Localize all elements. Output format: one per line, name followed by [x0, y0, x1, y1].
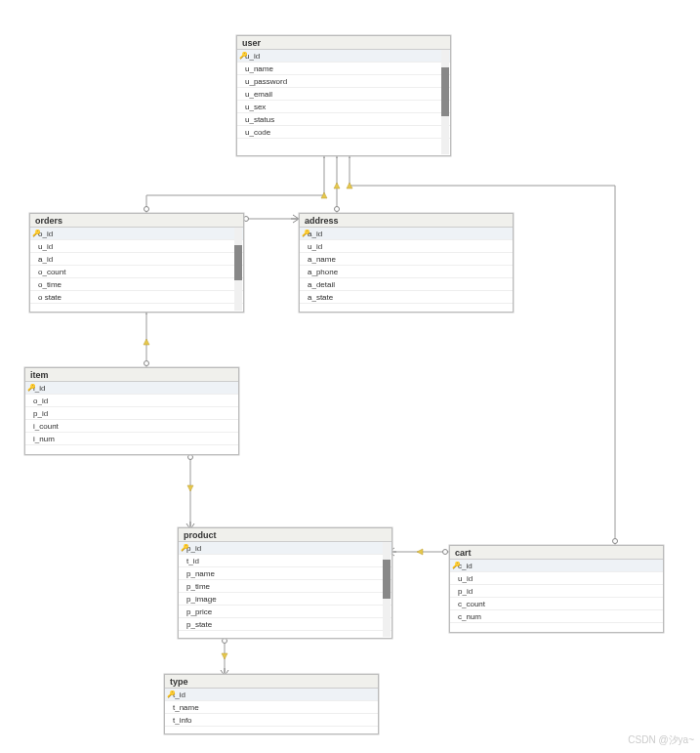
entity-header: product [179, 528, 391, 542]
field-t_name[interactable]: t_name [165, 701, 378, 714]
field-u_status[interactable]: u_status [237, 113, 450, 126]
field-list: 🔑i_ido_idp_idi_counti_num [25, 382, 238, 445]
field-u_name[interactable]: u_name [237, 63, 450, 75]
field-list: 🔑u_idu_nameu_passwordu_emailu_sexu_statu… [237, 50, 450, 139]
field-list: 🔑c_idu_idp_idc_countc_num [450, 560, 663, 623]
entity-header: item [25, 368, 238, 382]
field-a_id[interactable]: 🔑a_id [300, 228, 513, 240]
field-p_name[interactable]: p_name [179, 567, 391, 580]
field-a_name[interactable]: a_name [300, 253, 513, 266]
field-p_time[interactable]: p_time [179, 580, 391, 593]
field-label: u_code [245, 128, 270, 137]
scrollbar[interactable] [383, 542, 391, 637]
field-p_price[interactable]: p_price [179, 606, 391, 618]
watermark: CSDN @汐ya~ [628, 733, 694, 747]
field-o_time[interactable]: o_time [30, 278, 243, 291]
entity-header: type [165, 675, 378, 689]
field-a_id[interactable]: a_id [30, 253, 243, 266]
field-label: t_id [186, 557, 199, 565]
field-p_state[interactable]: p_state [179, 618, 391, 631]
field-u_password[interactable]: u_password [237, 75, 450, 88]
scrollbar-thumb[interactable] [441, 67, 449, 116]
field-label: o_id [33, 397, 48, 405]
field-u_id[interactable]: u_id [30, 240, 243, 253]
field-list: 🔑t_idt_namet_info [165, 689, 378, 727]
field-label: p_id [458, 587, 473, 596]
field-a_phone[interactable]: a_phone [300, 266, 513, 278]
field-label: a_state [308, 293, 333, 302]
field-list: 🔑p_idt_idp_namep_timep_imagep_pricep_sta… [179, 542, 391, 631]
er-diagram-canvas: CSDN @汐ya~ user🔑u_idu_nameu_passwordu_em… [0, 0, 700, 753]
field-label: u_name [245, 64, 273, 73]
field-label: t_info [173, 716, 192, 725]
entity-orders[interactable]: orders🔑o_idu_ida_ido_counto_timeo state [29, 213, 244, 313]
field-label: u_sex [245, 103, 266, 111]
field-t_info[interactable]: t_info [165, 714, 378, 727]
field-label: p_time [186, 582, 210, 591]
entity-header: user [237, 36, 450, 50]
entity-user[interactable]: user🔑u_idu_nameu_passwordu_emailu_sexu_s… [236, 35, 451, 156]
field-label: a_detail [308, 280, 335, 289]
field-label: p_price [186, 607, 212, 616]
field-u_email[interactable]: u_email [237, 88, 450, 101]
field-label: a_name [308, 255, 336, 264]
field-label: u_id [458, 574, 473, 583]
field-label: u_id [308, 242, 322, 251]
field-u_id[interactable]: u_id [300, 240, 513, 253]
field-p_id[interactable]: p_id [450, 585, 663, 598]
field-c_id[interactable]: 🔑c_id [450, 560, 663, 572]
entity-cart[interactable]: cart🔑c_idu_idp_idc_countc_num [449, 545, 664, 633]
field-p_id[interactable]: 🔑p_id [179, 542, 391, 555]
primary-key-icon: 🔑 [32, 230, 41, 237]
field-label: u_password [245, 77, 287, 86]
field-c_num[interactable]: c_num [450, 610, 663, 623]
field-a_state[interactable]: a_state [300, 291, 513, 304]
entity-product[interactable]: product🔑p_idt_idp_namep_timep_imagep_pri… [178, 527, 392, 639]
scrollbar[interactable] [234, 228, 242, 311]
field-list: 🔑o_idu_ida_ido_counto_timeo state [30, 228, 243, 304]
field-o_id[interactable]: o_id [25, 395, 238, 407]
primary-key-icon: 🔑 [181, 544, 189, 552]
field-label: c_count [458, 600, 485, 608]
field-list: 🔑a_idu_ida_namea_phonea_detaila_state [300, 228, 513, 304]
field-label: t_name [173, 703, 199, 712]
field-u_id[interactable]: 🔑u_id [237, 50, 450, 63]
primary-key-icon: 🔑 [452, 562, 461, 569]
primary-key-icon: 🔑 [27, 384, 36, 392]
field-o_count[interactable]: o_count [30, 266, 243, 278]
scrollbar[interactable] [441, 50, 449, 154]
scrollbar-thumb[interactable] [234, 245, 242, 280]
field-label: i_num [33, 435, 55, 443]
field-t_id[interactable]: t_id [179, 555, 391, 567]
field-label: a_id [38, 255, 53, 264]
field-label: p_name [186, 569, 215, 578]
field-label: o_count [38, 268, 65, 276]
field-label: p_image [186, 595, 217, 604]
field-t_id[interactable]: 🔑t_id [165, 689, 378, 701]
field-o-state[interactable]: o state [30, 291, 243, 304]
field-i_id[interactable]: 🔑i_id [25, 382, 238, 395]
entity-header: cart [450, 546, 663, 560]
field-u_id[interactable]: u_id [450, 572, 663, 585]
field-i_num[interactable]: i_num [25, 433, 238, 445]
field-p_image[interactable]: p_image [179, 593, 391, 606]
entity-type[interactable]: type🔑t_idt_namet_info [164, 674, 379, 734]
field-c_count[interactable]: c_count [450, 598, 663, 610]
field-label: u_id [38, 242, 53, 251]
field-label: c_num [458, 612, 481, 621]
entity-item[interactable]: item🔑i_ido_idp_idi_counti_num [24, 367, 239, 455]
field-o_id[interactable]: 🔑o_id [30, 228, 243, 240]
field-p_id[interactable]: p_id [25, 407, 238, 420]
field-a_detail[interactable]: a_detail [300, 278, 513, 291]
field-label: u_email [245, 90, 272, 99]
field-u_code[interactable]: u_code [237, 126, 450, 139]
field-label: p_state [186, 620, 212, 629]
field-i_count[interactable]: i_count [25, 420, 238, 433]
entity-address[interactable]: address🔑a_idu_ida_namea_phonea_detaila_s… [299, 213, 514, 313]
field-label: o state [38, 293, 62, 302]
scrollbar-thumb[interactable] [383, 560, 391, 599]
field-label: p_id [33, 409, 48, 418]
field-label: a_phone [308, 268, 338, 276]
field-u_sex[interactable]: u_sex [237, 101, 450, 113]
entity-header: orders [30, 214, 243, 228]
